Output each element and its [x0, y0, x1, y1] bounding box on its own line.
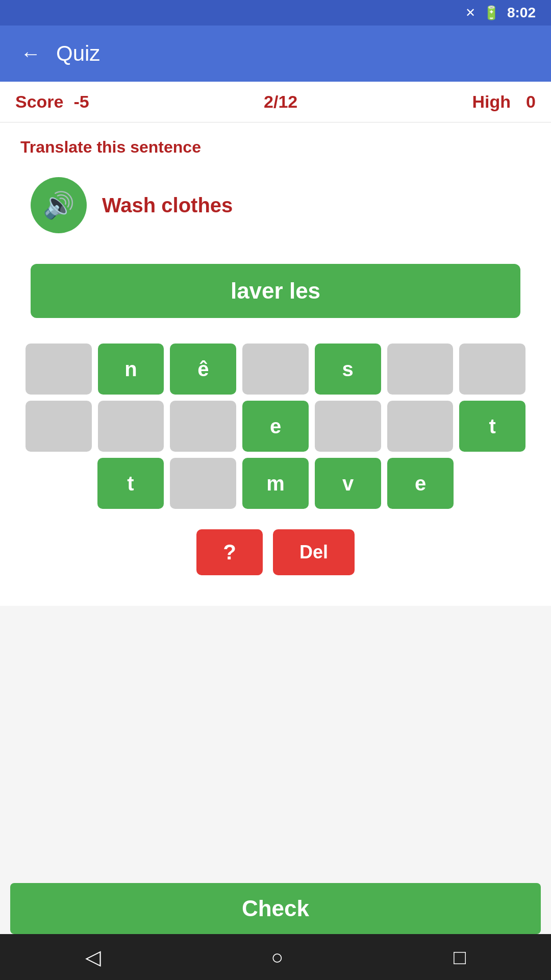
phrase-text: Wash clothes	[102, 194, 233, 217]
hint-button[interactable]: ?	[196, 529, 263, 575]
status-bar: ✕ 🔋 8:02	[0, 0, 551, 26]
key-m[interactable]: m	[242, 458, 309, 509]
key-r2c6[interactable]	[387, 401, 454, 452]
key-s[interactable]: s	[315, 344, 381, 395]
score-value: -5	[74, 92, 89, 112]
high-value: 0	[526, 92, 536, 112]
key-n[interactable]: n	[98, 344, 164, 395]
key-e[interactable]: e	[242, 401, 309, 452]
signal-icon: ✕	[465, 6, 475, 20]
main-content: Translate this sentence 🔊 Wash clothes l…	[0, 122, 551, 606]
key-r1c7[interactable]	[459, 344, 525, 395]
delete-button[interactable]: Del	[273, 529, 355, 575]
key-r2c3[interactable]	[170, 401, 236, 452]
key-r1c6[interactable]	[387, 344, 454, 395]
key-row-3: t m v e	[26, 458, 525, 509]
keyboard-container: n ê s e t t m v e	[15, 344, 536, 509]
key-row-2: e t	[26, 401, 525, 452]
key-r2c5[interactable]	[315, 401, 381, 452]
answer-box: laver les	[31, 264, 520, 318]
key-r1c4[interactable]	[242, 344, 309, 395]
check-button[interactable]: Check	[10, 883, 541, 934]
action-buttons: ? Del	[15, 529, 536, 575]
nav-recent-icon[interactable]: □	[454, 946, 466, 969]
key-e-hat[interactable]: ê	[170, 344, 236, 395]
key-r2c2[interactable]	[98, 401, 164, 452]
key-v[interactable]: v	[315, 458, 381, 509]
nav-home-icon[interactable]: ○	[271, 946, 283, 969]
score-label: Score	[15, 92, 64, 112]
app-title: Quiz	[56, 41, 100, 66]
key-e-row3[interactable]: e	[387, 458, 454, 509]
speaker-icon: 🔊	[43, 190, 74, 220]
check-btn-container: Check	[0, 883, 551, 934]
app-bar: ← Quiz	[0, 26, 551, 82]
speaker-button[interactable]: 🔊	[31, 177, 87, 233]
key-t-row3[interactable]: t	[97, 458, 164, 509]
time-display: 8:02	[507, 5, 536, 21]
key-t-row2[interactable]: t	[459, 401, 525, 452]
battery-icon: 🔋	[483, 5, 499, 21]
instruction-text: Translate this sentence	[15, 138, 536, 157]
bottom-nav: ◁ ○ □	[0, 934, 551, 980]
high-label: High	[472, 92, 511, 112]
key-row-1: n ê s	[26, 344, 525, 395]
phrase-area: 🔊 Wash clothes	[15, 172, 536, 238]
status-icons: ✕ 🔋 8:02	[465, 5, 536, 21]
progress-text: 2/12	[264, 92, 297, 112]
score-bar: Score -5 2/12 High 0	[0, 82, 551, 122]
key-r3c2[interactable]	[170, 458, 236, 509]
key-r2c1[interactable]	[26, 401, 92, 452]
back-button[interactable]: ←	[15, 37, 46, 70]
nav-back-icon[interactable]: ◁	[85, 945, 101, 969]
answer-text: laver les	[231, 278, 320, 303]
key-r1c1[interactable]	[26, 344, 92, 395]
